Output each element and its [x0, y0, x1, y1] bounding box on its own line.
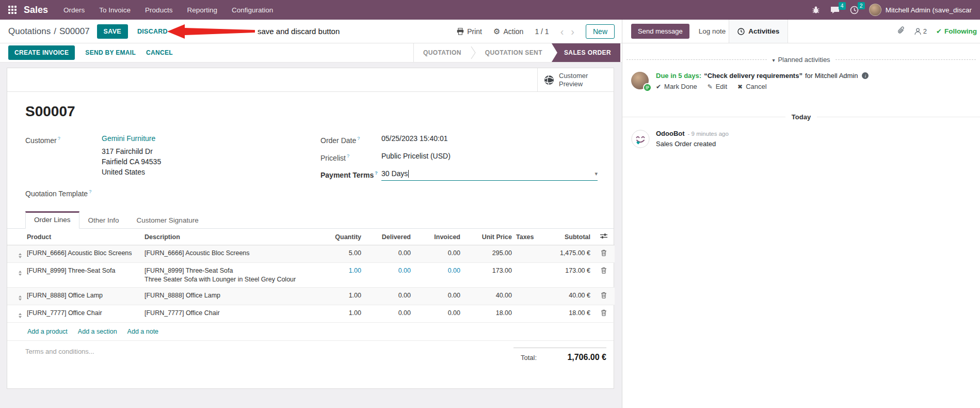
step-quotation-sent[interactable]: QUOTATION SENT [476, 43, 552, 62]
cell-unit-price: 295.00 [462, 245, 514, 263]
cell-unit-price: 40.00 [462, 288, 514, 305]
trash-icon[interactable] [601, 249, 607, 258]
order-line-row[interactable]: [FURN_6666] Acoustic Bloc Screens [FURN_… [7, 245, 615, 263]
odoobot-avatar [631, 130, 650, 148]
log-note-button[interactable]: Log note [699, 27, 726, 35]
pager-next-icon[interactable]: › [571, 26, 574, 37]
cell-product: [FURN_6666] Acoustic Bloc Screens [25, 245, 142, 263]
activity-title: “Check delivery requirements” [704, 72, 802, 80]
cell-delivered: 0.00 [363, 245, 413, 263]
pricelist-value[interactable]: Public Pricelist (USD) [381, 151, 451, 164]
order-line-row[interactable]: [FURN_8999] Three-Seat Sofa [FURN_8999] … [7, 263, 615, 288]
cell-product: [FURN_8888] Office Lamp [25, 288, 142, 305]
activities-clock-icon[interactable]: 2 [850, 6, 859, 14]
info-icon[interactable]: i [862, 72, 869, 79]
terms-and-conditions-field[interactable]: Terms and conditions... [7, 348, 94, 355]
cell-quantity: 1.00 [324, 263, 363, 288]
drag-handle-icon[interactable] [9, 313, 22, 318]
trash-icon[interactable] [601, 309, 607, 318]
col-unit-price[interactable]: Unit Price [462, 229, 514, 245]
breadcrumb-quotations[interactable]: Quotations [8, 26, 51, 36]
cell-subtotal: 1,475.00 € [545, 245, 592, 263]
help-marker: ? [89, 189, 91, 194]
cell-taxes [514, 245, 545, 263]
user-avatar [869, 4, 881, 16]
order-date-value[interactable]: 05/25/2023 15:40:01 [381, 133, 447, 146]
activities-tab[interactable]: Activities [729, 20, 788, 43]
sliders-icon [600, 233, 607, 239]
attachment-button[interactable] [897, 26, 905, 37]
trash-icon[interactable] [601, 267, 607, 275]
menu-to-invoice[interactable]: To Invoice [99, 6, 131, 14]
check-icon: ✔ [936, 27, 942, 35]
col-quantity[interactable]: Quantity [324, 229, 363, 245]
discard-button[interactable]: DISCARD [137, 28, 168, 35]
chatter-pane: Send message Log note Activities 2 [622, 20, 980, 408]
bug-icon[interactable] [812, 6, 820, 14]
message-body: Sales Order created [656, 140, 729, 148]
odoo-sales-app: Sales Orders To Invoice Products Reporti… [0, 0, 980, 408]
send-message-button[interactable]: Send message [631, 24, 689, 39]
sheet-topbar: Customer Preview [7, 68, 614, 92]
tab-other-info[interactable]: Other Info [79, 211, 128, 229]
menu-configuration[interactable]: Configuration [232, 6, 273, 14]
new-button[interactable]: New [586, 24, 615, 39]
mark-done-button[interactable]: ✔Mark Done [656, 83, 697, 90]
col-taxes[interactable]: Taxes [514, 229, 545, 245]
cell-quantity: 1.00 [324, 305, 363, 323]
customer-preview-button[interactable]: Customer Preview [537, 68, 614, 91]
order-reference-title: S00007 [25, 103, 603, 120]
menu-reporting[interactable]: Reporting [187, 6, 217, 14]
col-subtotal[interactable]: Subtotal [545, 229, 592, 245]
order-line-row[interactable]: [FURN_7777] Office Chair [FURN_7777] Off… [7, 305, 615, 323]
add-a-section-link[interactable]: Add a section [78, 328, 117, 335]
customer-value[interactable]: Gemini Furniture [102, 133, 155, 146]
pager-prev-icon[interactable]: ‹ [560, 26, 564, 37]
message-author[interactable]: OdooBot [656, 130, 685, 137]
print-button[interactable]: Print [457, 27, 482, 36]
activity-type-badge-icon [643, 83, 652, 92]
dropdown-caret-icon[interactable]: ▾ [595, 168, 598, 179]
cancel-activity-button[interactable]: ✖Cancel [737, 83, 767, 90]
tab-order-lines[interactable]: Order Lines [25, 211, 79, 229]
step-sales-order[interactable]: SALES ORDER [552, 43, 620, 62]
cell-subtotal: 18.00 € [545, 305, 592, 323]
drag-handle-icon[interactable] [9, 253, 22, 258]
send-by-email-button[interactable]: SEND BY EMAIL [85, 49, 136, 56]
trash-icon[interactable] [601, 292, 607, 300]
add-a-product-link[interactable]: Add a product [27, 328, 68, 335]
edit-activity-button[interactable]: ✎Edit [708, 83, 727, 90]
following-button[interactable]: ✔ Following [936, 27, 977, 35]
step-quotation[interactable]: QUOTATION [414, 43, 471, 62]
drag-handle-icon[interactable] [9, 295, 22, 301]
payment-terms-input[interactable]: 30 Days ▾ [381, 168, 598, 181]
total-box: Total: 1,706.00 € [513, 348, 606, 362]
notebook-tabs: Order Lines Other Info Customer Signatur… [7, 211, 614, 229]
menu-products[interactable]: Products [145, 6, 172, 14]
cell-unit-price: 173.00 [462, 263, 514, 288]
action-button[interactable]: ⚙ Action [493, 27, 523, 36]
col-description[interactable]: Description [142, 229, 324, 245]
add-a-note-link[interactable]: Add a note [127, 328, 158, 335]
globe-icon [544, 75, 554, 85]
apps-grid-icon[interactable] [8, 6, 17, 14]
save-button[interactable]: SAVE [97, 24, 128, 39]
optional-columns-button[interactable] [592, 229, 615, 245]
drag-handle-icon[interactable] [9, 271, 22, 276]
messages-icon[interactable]: 4 [830, 6, 840, 14]
col-invoiced[interactable]: Invoiced [413, 229, 462, 245]
cell-invoiced: 0.00 [413, 263, 462, 288]
user-menu[interactable]: Mitchell Admin (save_discar [869, 4, 972, 16]
tab-customer-signature[interactable]: Customer Signature [128, 211, 207, 229]
create-invoice-button[interactable]: CREATE INVOICE [8, 45, 75, 60]
cancel-button[interactable]: CANCEL [146, 49, 173, 56]
followers-button[interactable]: 2 [914, 27, 927, 35]
address-line: Fairfield CA 94535 [102, 156, 320, 167]
col-product[interactable]: Product [25, 229, 142, 245]
col-delivered[interactable]: Delivered [363, 229, 413, 245]
menu-orders[interactable]: Orders [63, 6, 85, 14]
cell-subtotal: 40.00 € [545, 288, 592, 305]
app-name[interactable]: Sales [24, 5, 48, 15]
order-line-row[interactable]: [FURN_8888] Office Lamp [FURN_8888] Offi… [7, 288, 615, 305]
planned-activities-toggle[interactable]: ▾Planned activities [772, 56, 830, 64]
